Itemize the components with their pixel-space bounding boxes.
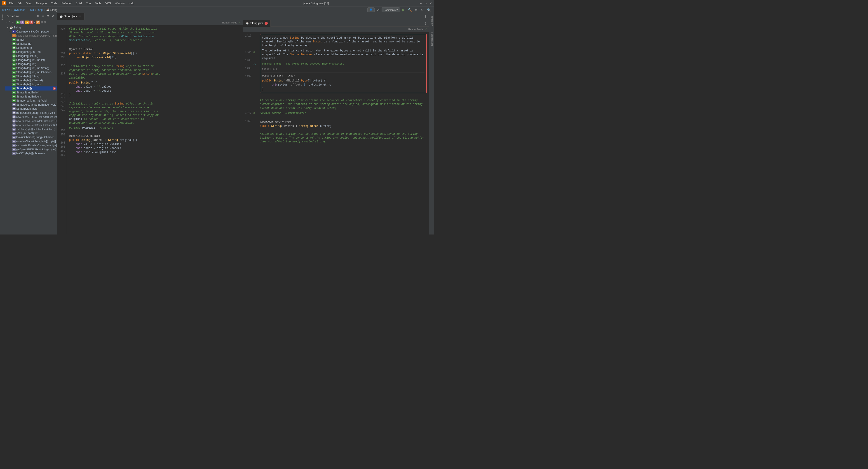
profile-button[interactable]: 👤 (367, 7, 375, 12)
close-panel-icon[interactable]: ✕ (51, 14, 55, 18)
sort-by-type-btn[interactable]: ↑↓ (11, 20, 16, 24)
gutter-icon-1434[interactable]: @ (253, 50, 257, 54)
tree-item-newstringnorepl1[interactable]: m newStringNoRepl1(byte[], Charset): Str… (5, 123, 57, 127)
method-type-icon: m (12, 50, 16, 54)
settings-button[interactable]: ⚙ (420, 7, 425, 12)
tab-string-java-left[interactable]: ☕ String.java ✕ (57, 13, 85, 20)
method-icon-btn[interactable]: m (25, 21, 29, 24)
tree-item-static-init[interactable]: s static class initializer COMPACT_STRIN… (5, 34, 57, 38)
close-button[interactable]: ✕ (429, 2, 432, 5)
tree-item-string-byte-byte[interactable]: m String(byte[], byte) (5, 107, 57, 111)
tree-item-string-byte4[interactable]: m String(byte[], int, int, int) (5, 58, 57, 62)
right-editor-scroll[interactable]: 1417 1434 1435 1436 1437 (243, 32, 429, 234)
tree-item-isascii[interactable]: m isASCII(byte[]): boolean (5, 152, 57, 156)
comments-dropdown[interactable]: Comments ▾ (381, 7, 400, 12)
split-editor-icon[interactable]: ⋮ (424, 15, 427, 18)
tree-item-string-stringbuffer[interactable]: m String(StringBuffer) (5, 91, 57, 95)
reader-mode-check-right[interactable]: ✓ (425, 28, 427, 31)
menu-help[interactable]: Help (127, 1, 136, 6)
notifications-label[interactable]: Notifications (430, 30, 434, 47)
breadcrumb-lang[interactable]: lang (37, 8, 43, 11)
menu-run[interactable]: Run (84, 1, 93, 6)
sort-desc-icon[interactable]: ≡ (41, 14, 45, 18)
menu-edit[interactable]: Edit (16, 1, 24, 6)
tree-item-safetrim[interactable]: m safeTrim(byte[], int, boolean): byte[] (5, 127, 57, 131)
search-button[interactable]: 🔍 (426, 7, 432, 12)
spacer (8, 55, 12, 58)
menu-tools[interactable]: Tools (93, 1, 103, 6)
package-method-icon: m (12, 148, 16, 151)
menu-view[interactable]: View (24, 1, 34, 6)
tree-item-caseinsensitive[interactable]: ▸ C CaseInsensitiveComparator (5, 30, 57, 34)
tree-item-string-char-int-int-void[interactable]: m String(char[], int, int, Void) (5, 99, 57, 103)
tab-string-java-right[interactable]: ☕ String.java 1 (243, 20, 271, 27)
interface-icon-btn[interactable]: I (20, 21, 24, 24)
sort-by-name-btn[interactable]: ⇃↾ (6, 20, 10, 24)
filter-icon-btn[interactable]: ● (34, 21, 35, 24)
gutter-icon-1447[interactable]: @ (253, 111, 257, 115)
tree-item-label: safeTrim(byte[], int, boolean): byte[] (16, 128, 55, 130)
run-button[interactable]: ▶ (401, 7, 406, 13)
tree-item-label: String(int[], int, int) (16, 55, 38, 58)
tree-item-string-int-int-int[interactable]: m String(int[], int, int) (5, 54, 57, 58)
reload-button[interactable]: ↺ (414, 7, 418, 12)
tree-item-newstringnorepl[interactable]: m newStringNoRepl(byte[], Charset): Stri… (5, 119, 57, 123)
tree-item-string-stringbuilder[interactable]: m String(StringBuilder) (5, 95, 57, 99)
tree-item-string-default[interactable]: m String() (5, 38, 57, 42)
breadcrumb-javabase[interactable]: java.base (14, 8, 25, 11)
expand-btn[interactable]: ⊞ (40, 21, 43, 24)
tree-item-encodewithencoder[interactable]: m encodeWithEncoder(Charset, byte, byte[… (5, 143, 57, 147)
menu-refactor[interactable]: Refactor (60, 1, 73, 6)
class-icon-btn[interactable]: C (16, 21, 20, 24)
doc-close-brace: } (262, 87, 425, 91)
field-icon-btn[interactable]: f (29, 21, 33, 24)
tree-item-string-char-int-int[interactable]: m String(char[], int, int) (5, 50, 57, 54)
spacer (8, 99, 12, 102)
project-icon[interactable]: Project (0, 14, 5, 19)
gear-icon[interactable]: ⚙ (46, 14, 50, 18)
tree-item-getbytesutf8[interactable]: m getBytesUTF8NoRepl(String): byte[] (5, 147, 57, 152)
menu-navigate[interactable]: Navigate (34, 1, 49, 6)
minimize-button[interactable]: ─ (419, 2, 422, 5)
maximize-button[interactable]: □ (424, 2, 427, 5)
enum-icon-btn[interactable]: E (36, 21, 40, 24)
reader-mode-check[interactable]: ✓ (239, 21, 241, 24)
tree-root-string[interactable]: ▾ ☕ String (5, 26, 57, 30)
tree-item-encode[interactable]: m encode(Charset, byte, byte[]): byte[] (5, 139, 57, 143)
right-tab-menu-icon[interactable]: ⋮ (424, 22, 427, 25)
tree-item-newstringutf8[interactable]: m newStringUTF8NoRepl(byte[], int, int):… (5, 115, 57, 119)
database-label[interactable]: Database (430, 14, 434, 28)
breadcrumb-srczip[interactable]: src.zip (2, 8, 10, 11)
tree-item-string-byte-selected[interactable]: m String(byte[]) 3 (5, 87, 57, 91)
tree-item-rangecheck[interactable]: m rangeCheck(char[], int, int): Void (5, 111, 57, 115)
tree-item-string-byte-int-int-charset[interactable]: m String(byte[], int, int, Charset) (5, 70, 57, 74)
left-editor-scroll[interactable]: 226 234 235 236 237 (57, 25, 243, 234)
right-code-content[interactable]: Constructs a new String by decoding the … (257, 32, 429, 234)
tree-item-string-byte-charset[interactable]: m String(byte[], Charset) (5, 78, 57, 82)
menu-file[interactable]: File (7, 1, 15, 6)
breadcrumb-java[interactable]: java (29, 8, 34, 11)
menu-code[interactable]: Code (49, 1, 59, 6)
left-code-content[interactable]: Class String is special cased within the… (67, 25, 243, 234)
tree-item-scale[interactable]: m scale(int, float): int (5, 131, 57, 135)
menu-window[interactable]: Window (113, 1, 126, 6)
tab-close-icon[interactable]: ✕ (79, 15, 82, 18)
tree-item-string-byte-int[interactable]: m String(byte[], int) (5, 62, 57, 66)
menu-vcs[interactable]: VCS (103, 1, 113, 6)
tree-item-string-abstractstringbuilder[interactable]: m String(AbstractStringBuilder, Void) (5, 103, 57, 107)
tree-item-string-chararray[interactable]: m String(char[]) (5, 46, 57, 50)
collapse-btn[interactable]: ⊟ (43, 21, 46, 24)
gutter-icon-1435[interactable]: ⬡ (253, 62, 257, 66)
back-button[interactable]: ◁ (376, 7, 380, 12)
tree-item-string-byte-int-int[interactable]: m String(byte[], int, int) (5, 82, 57, 87)
tree-item-string-byte-int-int-string[interactable]: m String(byte[], int, int, String) (5, 66, 57, 70)
tree-item-string-byte-string[interactable]: m String(byte[], String) (5, 74, 57, 78)
right-editor-pane: ☕ String.java 1 ⋮ Reader Mode ✓ (243, 20, 429, 234)
menu-build[interactable]: Build (74, 1, 84, 6)
build-button[interactable]: 🔨 (407, 7, 413, 12)
menu-bar: File Edit View Navigate Code Refactor Bu… (7, 1, 213, 6)
tree-item-label: String(byte[], int, int, String) (16, 67, 49, 70)
tree-item-lookupcharset[interactable]: m lookupCharset(String): Charset (5, 135, 57, 139)
tree-item-string-string[interactable]: m String(String) (5, 42, 57, 46)
sort-asc-icon[interactable]: ⇅ (36, 14, 40, 18)
